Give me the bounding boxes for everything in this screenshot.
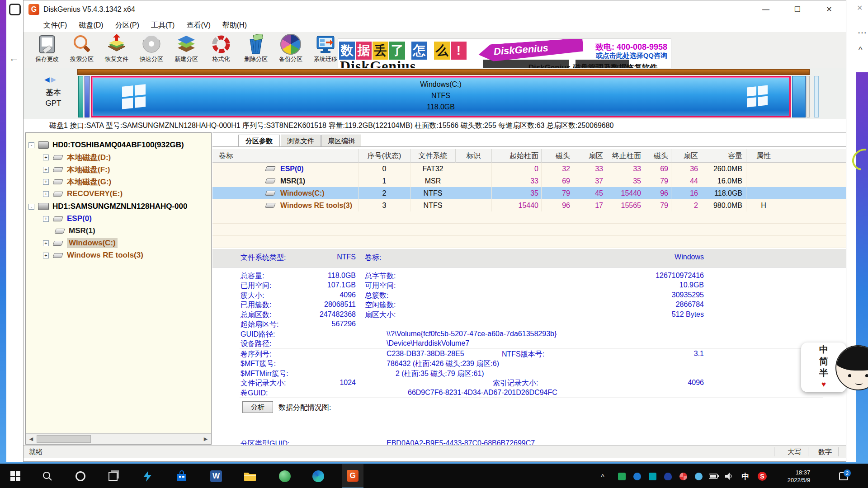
prev-disk-icon[interactable]: ◀ — [44, 75, 51, 83]
tab-partition-params[interactable]: 分区参数 — [238, 135, 280, 146]
collapse-icon[interactable]: - — [28, 142, 34, 148]
maximize-button[interactable]: ☐ — [785, 0, 810, 19]
col-filesystem[interactable]: 文件系统 — [410, 149, 455, 163]
col-attributes[interactable]: 属性 — [746, 149, 781, 163]
banner-tile: 么 — [434, 42, 450, 60]
tree-item-windows-re[interactable]: + Windows RE tools(3) — [43, 249, 143, 261]
windows-c-partition-block[interactable]: Windows(C:) NTFS 118.0GB — [91, 76, 791, 117]
menu-partition[interactable]: 分区(P) — [115, 21, 139, 30]
expand-icon[interactable]: + — [43, 179, 49, 185]
tree-item-hd0[interactable]: - HD0:TOSHIBAMQ04ABF100(932GB) — [28, 139, 184, 151]
ime-mode-chinese[interactable]: 中 — [801, 343, 846, 355]
tray-icon-blue-app[interactable] — [630, 464, 644, 488]
tree-item-windows-c[interactable]: + Windows(C:) — [43, 237, 118, 249]
next-disk-icon[interactable]: ▶ — [51, 75, 58, 83]
battery-indicator[interactable] — [707, 464, 721, 488]
table-row-esp[interactable]: ESP(0) 0 FAT32 0 32 33 33 69 36 260.0MB — [212, 163, 846, 175]
col-end-head[interactable]: 磁头 — [644, 149, 671, 163]
expand-icon[interactable]: + — [43, 240, 49, 246]
taskbar-app-green-browser[interactable] — [274, 464, 296, 488]
format-button[interactable]: 格式化 — [204, 33, 238, 67]
col-start-sector[interactable]: 扇区 — [573, 149, 606, 163]
expand-icon[interactable]: + — [43, 253, 49, 258]
menu-help[interactable]: 帮助(H) — [222, 21, 247, 30]
table-row-windows-re[interactable]: Windows RE tools(3) 3 NTFS 15440 96 17 1… — [212, 199, 846, 211]
col-end-sector[interactable]: 扇区 — [671, 149, 701, 163]
delete-partition-button[interactable]: 删除分区 — [239, 33, 273, 67]
volume-indicator[interactable] — [722, 464, 736, 488]
tray-icon-360[interactable] — [692, 464, 705, 488]
windows-re-partition-block[interactable] — [792, 76, 806, 117]
cortana-button[interactable] — [70, 464, 91, 488]
minimize-button[interactable]: — — [753, 0, 778, 19]
col-end-cyl[interactable]: 终止柱面 — [606, 149, 644, 163]
disk-hd0-strip[interactable] — [77, 69, 810, 75]
ime-indicator[interactable]: 中 — [738, 464, 753, 488]
scrollbar-thumb[interactable] — [37, 435, 91, 443]
ghost-close-icon[interactable]: ✕ — [857, 4, 863, 12]
tree-horizontal-scrollbar[interactable]: ◀ ▶ — [26, 433, 211, 444]
tree-item-recovery-e[interactable]: + RECOVERY(E:) — [43, 188, 123, 200]
quick-partition-button[interactable]: 快速分区 — [134, 33, 169, 67]
taskbar-app-diskgenius-active[interactable]: G — [342, 464, 363, 488]
tab-sector-edit[interactable]: 扇区编辑 — [321, 135, 361, 146]
scroll-left-icon[interactable]: ◀ — [26, 434, 37, 444]
tab-browse-files[interactable]: 浏览文件 — [281, 135, 321, 146]
start-button[interactable] — [5, 464, 26, 488]
tree-item-esp[interactable]: + ESP(0) — [43, 213, 92, 225]
menu-disk[interactable]: 磁盘(D) — [79, 21, 103, 30]
expand-icon[interactable]: + — [43, 155, 49, 160]
tray-icon-qq[interactable] — [661, 464, 675, 488]
tray-icon-red-app[interactable] — [676, 464, 690, 488]
notification-center-button[interactable]: 2 — [833, 464, 854, 488]
table-row-windows-c-selected[interactable]: Windows(C:) 2 NTFS 35 79 45 15440 96 16 … — [212, 187, 846, 199]
taskbar-app-word[interactable]: W — [205, 464, 227, 488]
taskbar-app-store[interactable] — [171, 464, 193, 488]
sogou-tray-icon[interactable]: S — [755, 464, 769, 488]
expand-icon[interactable]: + — [43, 167, 49, 173]
backup-partition-button[interactable]: 备份分区 — [274, 33, 308, 67]
menu-view[interactable]: 查看(V) — [186, 21, 210, 30]
tree-item-hd1[interactable]: - HD1:SAMSUNGMZNLN128HAHQ-000 — [28, 201, 188, 212]
taskbar-search-button[interactable] — [37, 464, 58, 488]
scroll-up-icon[interactable]: ^ — [859, 45, 862, 55]
disk-nav-arrows[interactable]: ◀▶ — [44, 75, 57, 84]
taskbar-app-edge[interactable] — [307, 464, 329, 488]
banner-qq-link[interactable]: 或点击此处选择QQ咨询 — [596, 52, 667, 60]
col-seq-status[interactable]: 序号(状态) — [358, 149, 410, 163]
back-arrow-icon[interactable]: ← — [9, 52, 19, 64]
col-id[interactable]: 标识 — [455, 149, 491, 163]
collapse-icon[interactable]: - — [28, 204, 34, 210]
taskbar-app-lightning[interactable] — [137, 464, 158, 488]
taskbar-clock[interactable]: 18:37 2022/5/9 — [774, 464, 824, 488]
analyze-button[interactable]: 分析 — [242, 401, 273, 413]
col-capacity[interactable]: 容量 — [701, 149, 746, 163]
col-start-head[interactable]: 磁头 — [541, 149, 573, 163]
taskbar-app-explorer[interactable] — [239, 464, 261, 488]
tray-icon-security[interactable] — [615, 464, 628, 488]
expand-icon[interactable]: + — [43, 216, 49, 222]
tree-item-local-f[interactable]: + 本地磁盘(F:) — [43, 164, 110, 175]
close-button[interactable]: ✕ — [816, 0, 842, 19]
tray-icon-teal-app[interactable] — [646, 464, 659, 488]
expand-icon[interactable]: + — [43, 191, 49, 197]
disk-bar-scrollbar[interactable] — [814, 76, 819, 117]
task-view-button[interactable] — [102, 464, 124, 488]
menu-file[interactable]: 文件(F) — [43, 21, 67, 30]
overflow-menu-icon[interactable]: ⋯ — [858, 27, 867, 38]
hidden-icons-button[interactable]: ^ — [596, 464, 609, 488]
table-row-msr[interactable]: MSR(1) 1 MSR 33 69 37 35 79 44 16.0MB — [212, 175, 846, 187]
search-partition-button[interactable]: 搜索分区 — [65, 33, 99, 67]
tree-item-local-d[interactable]: + 本地磁盘(D:) — [43, 151, 111, 163]
tree-item-msr[interactable]: MSR(1) — [51, 225, 95, 237]
new-partition-button[interactable]: 新建分区 — [169, 33, 203, 67]
recover-files-button[interactable]: 恢复文件 — [99, 33, 134, 67]
scroll-right-icon[interactable]: ▶ — [200, 434, 211, 444]
menu-tools[interactable]: 工具(T) — [151, 21, 175, 30]
col-volume-label[interactable]: 卷标 — [219, 149, 233, 163]
msr-partition-block[interactable] — [85, 76, 90, 117]
esp-partition-block[interactable] — [78, 76, 83, 117]
save-changes-button[interactable]: 保存更改 — [30, 33, 64, 67]
tree-item-local-g[interactable]: + 本地磁盘(G:) — [43, 176, 111, 188]
col-start-cyl[interactable]: 起始柱面 — [491, 149, 541, 163]
